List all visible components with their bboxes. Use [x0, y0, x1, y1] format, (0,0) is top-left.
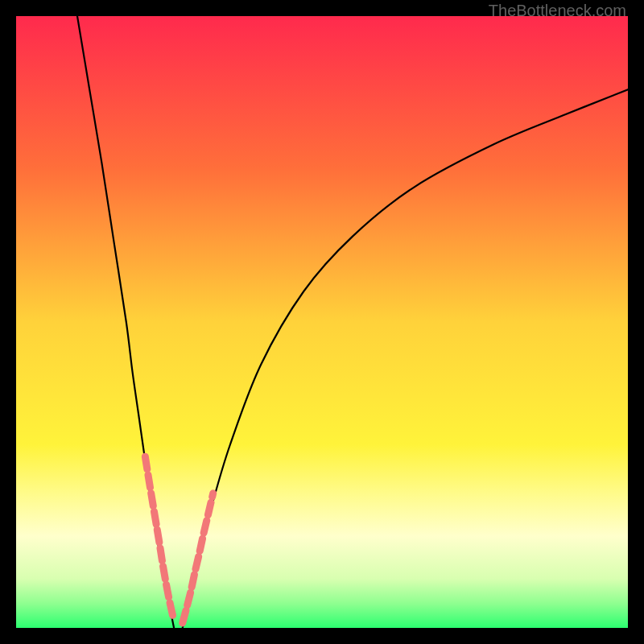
watermark-text: TheBottleneck.com [489, 2, 626, 20]
gradient-background [16, 16, 628, 628]
outer-black-frame: TheBottleneck.com [0, 0, 644, 644]
plot-area [16, 16, 628, 628]
chart-svg [16, 16, 628, 628]
